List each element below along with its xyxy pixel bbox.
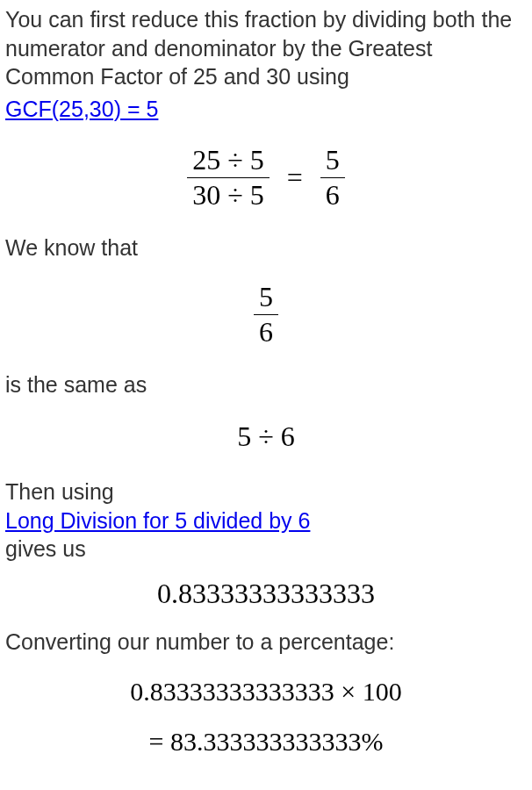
then-using-block: Then using Long Division for 5 divided b… xyxy=(5,478,527,564)
fraction-left-denominator: 30 ÷ 5 xyxy=(187,177,270,211)
division-expr-text: 5 ÷ 6 xyxy=(237,420,295,452)
gives-us-text: gives us xyxy=(5,536,86,561)
percent-line1: 0.83333333333333 × 100 xyxy=(5,674,527,708)
gcf-link-line: GCF(25,30) = 5 xyxy=(5,95,527,124)
then-using-text: Then using xyxy=(5,479,114,504)
convert-text: Converting our number to a percentage: xyxy=(5,628,527,657)
equals-sign: = xyxy=(285,160,305,197)
reduce-fraction-equation: 25 ÷ 5 30 ÷ 5 = 5 6 xyxy=(5,142,527,211)
fraction-right: 5 6 xyxy=(320,145,345,211)
intro-text: You can first reduce this fraction by di… xyxy=(5,7,512,89)
same-as-text: is the same as xyxy=(5,370,527,399)
gcf-link[interactable]: GCF(25,30) = 5 xyxy=(5,97,158,121)
frac-denominator: 6 xyxy=(254,314,278,348)
fraction-right-numerator: 5 xyxy=(320,145,345,177)
fraction-left: 25 ÷ 5 30 ÷ 5 xyxy=(187,145,270,211)
decimal-value: 0.83333333333333 xyxy=(157,578,375,609)
decimal-result: 0.83333333333333 xyxy=(5,576,527,613)
fraction-five-sixths: 5 6 xyxy=(5,282,527,348)
fraction-left-numerator: 25 ÷ 5 xyxy=(187,145,270,177)
fraction-right-denominator: 6 xyxy=(320,177,345,211)
division-expression: 5 ÷ 6 xyxy=(5,419,527,456)
percent-calculation: 0.83333333333333 × 100 = 83.333333333333… xyxy=(5,674,527,758)
we-know-text: We know that xyxy=(5,233,527,262)
long-division-link[interactable]: Long Division for 5 divided by 6 xyxy=(5,508,310,533)
frac-numerator: 5 xyxy=(254,282,278,314)
intro-paragraph: You can first reduce this fraction by di… xyxy=(5,5,527,91)
percent-line2: = 83.333333333333% xyxy=(5,724,527,758)
